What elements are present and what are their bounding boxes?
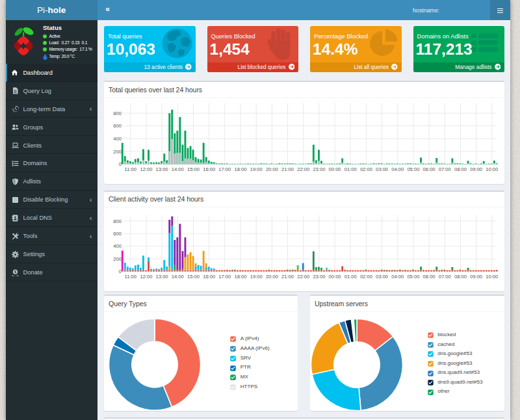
svg-text:09:00: 09:00 — [470, 273, 482, 279]
svg-text:22:00: 22:00 — [297, 273, 309, 279]
svg-text:12:00: 12:00 — [140, 166, 152, 172]
svg-text:01:00: 01:00 — [344, 273, 357, 279]
svg-text:200: 200 — [113, 149, 122, 155]
svg-text:09:00: 09:00 — [470, 166, 482, 172]
svg-text:11:00: 11:00 — [125, 273, 136, 279]
svg-text:13:00: 13:00 — [156, 273, 168, 279]
svg-text:0: 0 — [119, 269, 122, 274]
svg-text:07:00: 07:00 — [439, 166, 451, 172]
svg-text:13:00: 13:00 — [156, 166, 168, 172]
svg-text:10:00: 10:00 — [486, 273, 498, 279]
svg-text:17:00: 17:00 — [218, 166, 231, 172]
svg-text:16:00: 16:00 — [203, 166, 215, 172]
svg-text:18:00: 18:00 — [234, 166, 246, 172]
svg-text:16:00: 16:00 — [203, 273, 215, 279]
svg-text:00:00: 00:00 — [329, 166, 341, 172]
svg-text:02:00: 02:00 — [360, 166, 372, 172]
svg-text:08:00: 08:00 — [454, 166, 467, 172]
svg-text:03:00: 03:00 — [376, 166, 388, 172]
svg-text:21:00: 21:00 — [281, 166, 294, 172]
svg-text:02:00: 02:00 — [360, 273, 372, 279]
svg-text:01:00: 01:00 — [344, 166, 357, 172]
svg-text:200: 200 — [113, 256, 122, 262]
svg-text:800: 800 — [113, 218, 122, 224]
svg-text:00:00: 00:00 — [329, 273, 341, 279]
svg-text:23:00: 23:00 — [313, 273, 325, 279]
svg-text:0: 0 — [119, 162, 122, 168]
svg-text:$: $ — [14, 270, 16, 274]
svg-text:06:00: 06:00 — [423, 166, 436, 172]
svg-text:19:00: 19:00 — [250, 273, 263, 279]
svg-text:14:00: 14:00 — [172, 166, 184, 172]
svg-text:05:00: 05:00 — [407, 273, 419, 279]
svg-text:10:00: 10:00 — [486, 166, 498, 172]
svg-text:600: 600 — [113, 124, 122, 129]
svg-text:14:00: 14:00 — [172, 273, 184, 279]
svg-text:05:00: 05:00 — [407, 166, 419, 172]
svg-text:19:00: 19:00 — [250, 166, 263, 172]
svg-text:07:00: 07:00 — [439, 273, 451, 279]
svg-text:20:00: 20:00 — [266, 273, 278, 279]
svg-text:20:00: 20:00 — [266, 166, 278, 172]
svg-text:06:00: 06:00 — [423, 273, 436, 279]
svg-text:21:00: 21:00 — [281, 273, 294, 279]
svg-text:04:00: 04:00 — [391, 273, 404, 279]
svg-text:15:00: 15:00 — [187, 273, 200, 279]
svg-text:11:00: 11:00 — [125, 166, 136, 172]
svg-text:08:00: 08:00 — [454, 273, 467, 279]
svg-text:22:00: 22:00 — [297, 166, 309, 172]
svg-text:15:00: 15:00 — [187, 166, 200, 172]
svg-text:17:00: 17:00 — [218, 273, 231, 279]
svg-text:04:00: 04:00 — [391, 166, 404, 172]
svg-text:400: 400 — [113, 136, 122, 142]
svg-text:12:00: 12:00 — [140, 273, 152, 279]
svg-text:400: 400 — [113, 243, 122, 249]
svg-text:23:00: 23:00 — [313, 166, 325, 172]
svg-text:600: 600 — [113, 231, 122, 237]
svg-text:03:00: 03:00 — [376, 273, 388, 279]
svg-text:800: 800 — [113, 111, 122, 116]
svg-text:18:00: 18:00 — [234, 273, 246, 279]
